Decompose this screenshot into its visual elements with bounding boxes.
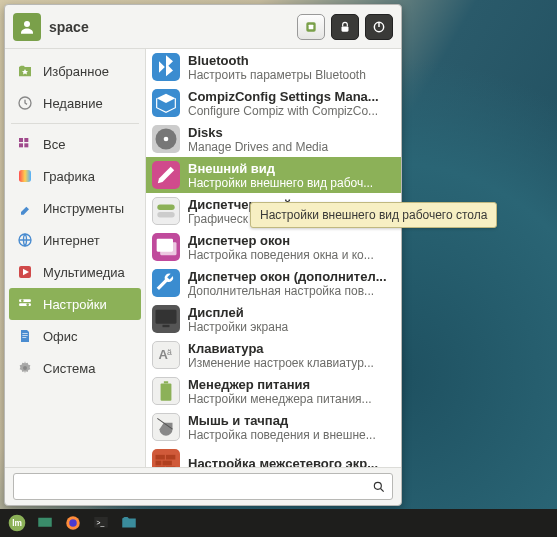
document-icon [15,326,35,346]
sidebar-label: Недавние [43,96,103,111]
app-desc: Изменение настроек клавиатур... [188,356,395,370]
svg-rect-3 [342,26,349,31]
sidebar-label: Все [43,137,65,152]
app-desc: Configure Compiz with CompizCo... [188,104,395,118]
svg-text:>_: >_ [97,519,105,527]
svg-rect-24 [157,205,174,210]
files-button[interactable] [116,511,142,535]
tooltip: Настройки внешнего вид рабочего стола [250,202,497,228]
sidebar-label: Настройки [43,297,107,312]
grid-icon [15,134,35,154]
app-title: Внешний вид [188,161,395,176]
svg-text:lm: lm [12,518,22,528]
svg-rect-2 [309,24,314,29]
app-list: BluetoothНастроить параметры Bluetooth C… [145,49,401,467]
app-item-firewall[interactable]: Настройка межсетевого экр... [146,445,401,467]
settings-icon [15,294,35,314]
sidebar-label: Инструменты [43,201,124,216]
app-desc: Настроить параметры Bluetooth [188,68,395,82]
sidebar-label: Мультимедиа [43,265,125,280]
svg-rect-37 [163,461,172,466]
app-desc: Настройки менеджера питания... [188,392,395,406]
app-item-disks[interactable]: DisksManage Drives and Media [146,121,401,157]
app-item-keyboard[interactable]: Aä КлавиатураИзменение настроек клавиату… [146,337,401,373]
app-item-display[interactable]: ДисплейНастройки экрана [146,301,401,337]
svg-rect-14 [19,299,31,302]
sidebar-label: Офис [43,329,78,344]
sidebar-label: Система [43,361,95,376]
sidebar-label: Интернет [43,233,100,248]
bluetooth-icon [152,53,180,81]
app-item-compiz[interactable]: CompizConfig Settings Mana...Configure C… [146,85,401,121]
app-title: Настройка межсетевого экр... [188,456,395,468]
search-row [5,467,401,505]
star-folder-icon [15,61,35,81]
sidebar-item-recent[interactable]: Недавние [9,87,141,119]
svg-rect-34 [156,455,165,460]
sidebar-item-system[interactable]: Система [9,352,141,384]
sidebar-item-all[interactable]: Все [9,128,141,160]
svg-rect-19 [22,335,27,336]
sidebar-item-office[interactable]: Офис [9,320,141,352]
app-item-mouse[interactable]: Мышь и тачпадНастройка поведения и внешн… [146,409,401,445]
svg-rect-27 [160,242,176,255]
avatar[interactable] [13,13,41,41]
gear-icon [15,358,35,378]
terminal-button[interactable]: >_ [88,511,114,535]
sidebar-item-multimedia[interactable]: Мультимедиа [9,256,141,288]
compiz-icon [152,89,180,117]
sidebar-item-tools[interactable]: Инструменты [9,192,141,224]
svg-rect-15 [19,303,31,306]
lock-button[interactable] [331,14,359,40]
app-title: Диспетчер окон (дополнител... [188,269,395,284]
menu-button[interactable]: lm [4,511,30,535]
app-title: Дисплей [188,305,395,320]
svg-line-41 [381,488,384,491]
app-desc: Manage Drives and Media [188,140,395,154]
mouse-icon [152,413,180,441]
search-input[interactable] [20,479,372,494]
toggle-icon [152,197,180,225]
sidebar-item-settings[interactable]: Настройки [9,288,141,320]
show-desktop-button[interactable] [32,511,58,535]
brush-icon [152,161,180,189]
svg-rect-18 [22,333,27,334]
app-item-appearance[interactable]: Внешний видНастройки внешнего вид рабоч.… [146,157,401,193]
search-box[interactable] [13,473,393,500]
sidebar-item-graphics[interactable]: Графика [9,160,141,192]
svg-rect-10 [24,143,28,147]
svg-point-23 [164,137,169,142]
svg-rect-11 [19,170,31,182]
graphics-icon [15,166,35,186]
shutdown-button[interactable] [365,14,393,40]
svg-rect-44 [38,518,52,527]
app-item-wm[interactable]: Диспетчер оконНастройка поведения окна и… [146,229,401,265]
keyboard-icon: Aä [152,341,180,369]
menu-header: space [5,5,401,49]
start-menu: space Избранное Недавние Все [4,4,402,506]
svg-rect-29 [163,325,170,327]
sidebar-item-favorites[interactable]: Избранное [9,55,141,87]
svg-point-0 [24,21,30,27]
app-title: Клавиатура [188,341,395,356]
app-title: Bluetooth [188,53,395,68]
svg-text:ä: ä [167,347,172,357]
svg-point-17 [26,303,29,306]
app-title: Диспетчер окон [188,233,395,248]
app-title: CompizConfig Settings Mana... [188,89,395,104]
app-item-bluetooth[interactable]: BluetoothНастроить параметры Bluetooth [146,49,401,85]
app-item-power[interactable]: Менеджер питанияНастройки менеджера пита… [146,373,401,409]
logout-button[interactable] [297,14,325,40]
play-icon [15,262,35,282]
app-title: Disks [188,125,395,140]
svg-rect-28 [156,310,177,324]
globe-icon [15,230,35,250]
svg-rect-36 [156,461,162,466]
app-desc: Дополнительная настройка пов... [188,284,395,298]
app-item-wm-tweaks[interactable]: Диспетчер окон (дополнител...Дополнитель… [146,265,401,301]
svg-point-46 [69,519,77,527]
clock-icon [15,93,35,113]
firefox-button[interactable] [60,511,86,535]
app-desc: Настройка поведения и внешне... [188,428,395,442]
sidebar-item-internet[interactable]: Интернет [9,224,141,256]
